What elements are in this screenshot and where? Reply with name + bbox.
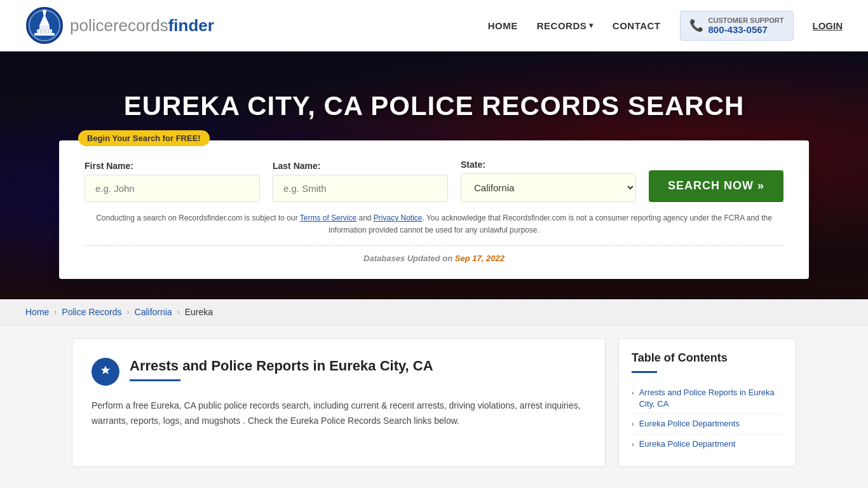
nav-records[interactable]: RECORDS ▾ [537, 20, 593, 31]
customer-support-box: 📞 CUSTOMER SUPPORT 800-433-0567 [680, 11, 794, 41]
svg-rect-12 [50, 29, 51, 34]
first-name-input[interactable] [85, 175, 260, 202]
article-icon [92, 358, 119, 386]
breadcrumb-sep-2: › [127, 308, 130, 316]
disclaimer-text: Conducting a search on Recordsfinder.com… [85, 212, 783, 236]
svg-rect-8 [40, 29, 41, 34]
toc-item[interactable]: ›Eureka Police Departments [632, 414, 783, 434]
first-name-group: First Name: [85, 161, 260, 202]
logo-icon [25, 6, 64, 44]
breadcrumb-california[interactable]: California [135, 307, 172, 317]
toc-items: ›Arrests and Police Reports in Eureka Ci… [632, 383, 783, 454]
state-label: State: [461, 159, 636, 170]
toc-title: Table of Contents [632, 351, 783, 365]
hero-title: EUREKA CITY, CA POLICE RECORDS SEARCH [59, 91, 809, 121]
svg-rect-10 [45, 29, 46, 34]
breadcrumb-current: Eureka [185, 307, 213, 317]
last-name-group: Last Name: [273, 161, 448, 202]
article: Arrests and Police Reports in Eureka Cit… [72, 338, 606, 467]
svg-rect-9 [43, 29, 44, 34]
main-content: Arrests and Police Reports in Eureka Cit… [59, 338, 809, 467]
nav-login[interactable]: LOGIN [813, 20, 843, 31]
toc-item[interactable]: ›Eureka Police Department [632, 435, 783, 454]
chevron-right-icon: › [632, 440, 634, 449]
search-button[interactable]: SEARCH NOW » [649, 170, 783, 202]
last-name-input[interactable] [273, 175, 448, 202]
support-phone: 800-433-0567 [709, 24, 784, 35]
chevron-down-icon: ▾ [589, 21, 593, 30]
breadcrumb-sep-1: › [54, 308, 57, 316]
svg-rect-3 [37, 29, 52, 34]
terms-link[interactable]: Terms of Service [300, 214, 356, 222]
svg-point-6 [43, 10, 46, 13]
privacy-link[interactable]: Privacy Notice [374, 214, 423, 222]
logo[interactable]: policerecordsfinder [25, 6, 214, 44]
logo-text: policerecordsfinder [70, 16, 214, 36]
nav-contact[interactable]: CONTACT [613, 20, 661, 31]
hero-section: EUREKA CITY, CA POLICE RECORDS SEARCH Be… [0, 51, 868, 299]
header: policerecordsfinder HOME RECORDS ▾ CONTA… [0, 0, 868, 51]
article-body: Perform a free Eureka, CA public police … [92, 398, 586, 429]
hero-content: EUREKA CITY, CA POLICE RECORDS SEARCH Be… [59, 91, 809, 279]
toc-divider [632, 371, 657, 373]
last-name-label: Last Name: [273, 161, 448, 171]
svg-rect-11 [48, 29, 49, 34]
nav-home[interactable]: HOME [488, 20, 518, 31]
breadcrumb-police-records[interactable]: Police Records [62, 307, 121, 317]
state-group: State: AlabamaAlaskaArizonaArkansasCalif… [461, 159, 636, 202]
search-fields: First Name: Last Name: State: AlabamaAla… [85, 159, 783, 202]
search-card: Begin Your Search for FREE! First Name: … [59, 140, 809, 279]
breadcrumb-sep-3: › [177, 308, 180, 316]
sidebar: Table of Contents ›Arrests and Police Re… [618, 338, 796, 467]
toc-card: Table of Contents ›Arrests and Police Re… [618, 338, 796, 467]
db-updated: Databases Updated on Sep 17, 2022 [85, 245, 783, 263]
free-search-badge: Begin Your Search for FREE! [78, 130, 210, 146]
main-nav: HOME RECORDS ▾ CONTACT 📞 CUSTOMER SUPPOR… [488, 11, 843, 41]
toc-item[interactable]: ›Arrests and Police Reports in Eureka Ci… [632, 383, 783, 414]
first-name-label: First Name: [85, 161, 260, 171]
article-title-wrap: Arrests and Police Reports in Eureka Cit… [130, 358, 433, 381]
badge-icon [98, 365, 112, 379]
breadcrumb: Home › Police Records › California › Eur… [0, 299, 868, 325]
svg-point-13 [104, 369, 107, 372]
state-select[interactable]: AlabamaAlaskaArizonaArkansasCaliforniaCo… [461, 173, 636, 202]
breadcrumb-home[interactable]: Home [25, 307, 49, 317]
chevron-right-icon: › [632, 388, 634, 398]
svg-rect-7 [37, 29, 39, 34]
article-title: Arrests and Police Reports in Eureka Cit… [130, 358, 433, 374]
phone-icon: 📞 [689, 18, 703, 32]
support-label: CUSTOMER SUPPORT [709, 17, 784, 24]
article-header: Arrests and Police Reports in Eureka Cit… [92, 358, 586, 386]
svg-rect-4 [39, 25, 50, 30]
title-underline [130, 379, 180, 381]
chevron-right-icon: › [632, 419, 634, 429]
